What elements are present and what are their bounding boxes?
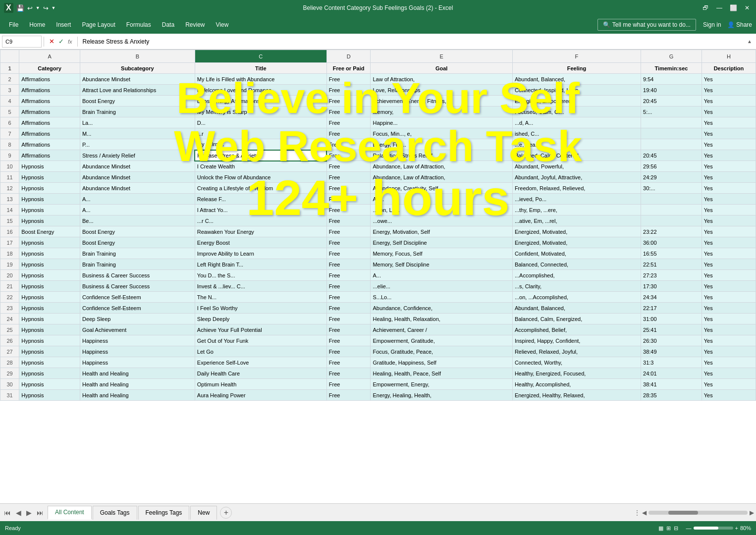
cell-14-b[interactable]: A... xyxy=(80,205,195,215)
cell-14-g[interactable] xyxy=(641,205,702,215)
cell-28-h[interactable]: Yes xyxy=(702,357,756,368)
cell-27-h[interactable]: Yes xyxy=(702,346,756,357)
cell-28-c[interactable]: Experience Self-Love xyxy=(195,357,326,368)
cell-2-f[interactable]: Abundant, Balanced, xyxy=(512,74,641,85)
table-row[interactable]: 17HypnosisBoost EnergyEnergy BoostFreeEn… xyxy=(0,237,756,248)
cell-6-f[interactable]: ...d, A... xyxy=(512,117,641,128)
tab-next-icon[interactable]: ▶ xyxy=(24,508,34,518)
tab-all-content[interactable]: All Content xyxy=(48,506,92,520)
close-icon[interactable]: ✕ xyxy=(742,3,752,13)
cell-28-d[interactable]: Free xyxy=(326,357,371,368)
table-row[interactable]: 5AffirmationsBrain TrainingMy Memory is … xyxy=(0,107,756,117)
cell-20-a[interactable]: Hypnosis xyxy=(19,270,80,281)
cell-18-d[interactable]: Free xyxy=(326,248,371,259)
menu-data[interactable]: Data xyxy=(157,18,179,31)
cell-4-c[interactable]: Boost Energy Affirmations xyxy=(195,96,326,107)
cell-12-d[interactable]: Free xyxy=(326,183,371,194)
cell-18-a[interactable]: Hypnosis xyxy=(19,248,80,259)
cell-22-a[interactable]: Hypnosis xyxy=(19,292,80,303)
cell-8-c[interactable]: ...y Affirm... xyxy=(195,139,326,150)
cell-22-b[interactable]: Confidence Self-Esteem xyxy=(80,292,195,303)
cell-31-h[interactable]: Yes xyxy=(702,390,756,401)
cell-11-g[interactable]: 24:29 xyxy=(641,172,702,183)
cell-23-h[interactable]: Yes xyxy=(702,303,756,314)
table-row[interactable]: 16Boost EnergyBoost EnergyReawaken Your … xyxy=(0,226,756,237)
cell-6-g[interactable] xyxy=(641,117,702,128)
cell-9-f[interactable]: Balanced, Calm, Centered, xyxy=(512,150,641,161)
undo-icon[interactable]: ↩ xyxy=(27,4,33,12)
tab-feelings-tags[interactable]: Feelings Tags xyxy=(138,506,190,520)
cell-31-f[interactable]: Energized, Healthy, Relaxed, xyxy=(512,390,641,401)
cell-25-f[interactable]: Accomplished, Belief, xyxy=(512,324,641,335)
cell-20-e[interactable]: A... xyxy=(371,270,512,281)
cell-15-c[interactable]: ...r C... xyxy=(195,215,326,226)
cell-30-f[interactable]: Healthy, Accomplished, xyxy=(512,379,641,390)
cell-5-a[interactable]: Affirmations xyxy=(19,107,80,117)
cell-29-f[interactable]: Healthy, Energized, Focused, xyxy=(512,368,641,379)
cell-17-a[interactable]: Hypnosis xyxy=(19,237,80,248)
cell-3-f[interactable]: Connected, Inspired, Love, xyxy=(512,85,641,96)
cell-27-g[interactable]: 38:49 xyxy=(641,346,702,357)
table-row[interactable]: 15HypnosisBe......r C...Free...owe......… xyxy=(0,215,756,226)
cell-19-f[interactable]: Balanced, Connected, xyxy=(512,259,641,270)
cell-19-c[interactable]: Left Right Brain T... xyxy=(195,259,326,270)
cell-7-g[interactable] xyxy=(641,128,702,139)
cell-23-a[interactable]: Hypnosis xyxy=(19,303,80,314)
cell-24-b[interactable]: Deep Sleep xyxy=(80,314,195,324)
formula-input[interactable] xyxy=(80,37,748,46)
cell-4-f[interactable]: Energized, Empowered, xyxy=(512,96,641,107)
expand-formula-icon[interactable]: ▲ xyxy=(747,39,752,44)
cell-15-d[interactable]: Free xyxy=(326,215,371,226)
cell-22-f[interactable]: ...on, ...Accomplished, xyxy=(512,292,641,303)
cell-16-a[interactable]: Boost Energy xyxy=(19,226,80,237)
cell-24-a[interactable]: Hypnosis xyxy=(19,314,80,324)
cell-7-b[interactable]: M... xyxy=(80,128,195,139)
table-row[interactable]: 31HypnosisHealth and HealingAura Healing… xyxy=(0,390,756,401)
cell-27-f[interactable]: Relieved, Relaxed, Joyful, xyxy=(512,346,641,357)
table-row[interactable]: 19HypnosisBrain TrainingLeft Right Brain… xyxy=(0,259,756,270)
cell-3-d[interactable]: Free xyxy=(326,85,371,96)
cell-26-e[interactable]: Empowerment, Gratitude, xyxy=(371,335,512,346)
cell-12-e[interactable]: Abundance, Creativity, Self xyxy=(371,183,512,194)
cell-8-b[interactable]: P... xyxy=(80,139,195,150)
table-row[interactable]: 2AffirmationsAbundance MindsetMy Life is… xyxy=(0,74,756,85)
cell-15-h[interactable]: Yes xyxy=(702,215,756,226)
table-row[interactable]: 25HypnosisGoal AchievementAchieve Your F… xyxy=(0,324,756,335)
page-layout-view-icon[interactable]: ⊞ xyxy=(666,525,671,532)
menu-review[interactable]: Review xyxy=(180,18,210,31)
cell-23-c[interactable]: I Feel So Worthy xyxy=(195,303,326,314)
cell-28-b[interactable]: Happiness xyxy=(80,357,195,368)
cell-5-c[interactable]: My Memory is Sharp xyxy=(195,107,326,117)
cell-4-g[interactable]: 20:45 xyxy=(641,96,702,107)
cell-7-e[interactable]: Focus, Min..., e, xyxy=(371,128,512,139)
cell-20-g[interactable]: 27:23 xyxy=(641,270,702,281)
cell-11-c[interactable]: Unlock the Flow of Abundance xyxy=(195,172,326,183)
cell-29-e[interactable]: Healing, Health, Peace, Self xyxy=(371,368,512,379)
cell-18-b[interactable]: Brain Training xyxy=(80,248,195,259)
cell-21-d[interactable]: Free xyxy=(326,281,371,292)
tab-new[interactable]: New xyxy=(190,506,217,520)
cell-3-g[interactable]: 19:40 xyxy=(641,85,702,96)
cell-26-b[interactable]: Happiness xyxy=(80,335,195,346)
cell-13-a[interactable]: Hypnosis xyxy=(19,194,80,205)
share-button[interactable]: 👤 Share xyxy=(727,21,752,28)
cell-17-g[interactable]: 36:00 xyxy=(641,237,702,248)
cell-14-e[interactable]: ...tion, Lo... xyxy=(371,205,512,215)
col-header-f[interactable]: F xyxy=(512,50,641,63)
cell-29-b[interactable]: Health and Healing xyxy=(80,368,195,379)
cell-6-c[interactable]: D... xyxy=(195,117,326,128)
cell-2-g[interactable]: 9:54 xyxy=(641,74,702,85)
cell-17-c[interactable]: Energy Boost xyxy=(195,237,326,248)
cell-28-e[interactable]: Gratitude, Happiness, Self xyxy=(371,357,512,368)
cell-23-b[interactable]: Confidence Self-Esteem xyxy=(80,303,195,314)
cell-19-d[interactable]: Free xyxy=(326,259,371,270)
cell-16-b[interactable]: Boost Energy xyxy=(80,226,195,237)
cell-28-g[interactable]: 31:3 xyxy=(641,357,702,368)
page-break-view-icon[interactable]: ⊟ xyxy=(674,525,678,532)
cell-23-e[interactable]: Abundance, Confidence, xyxy=(371,303,512,314)
cell-31-g[interactable]: 28:35 xyxy=(641,390,702,401)
cell-23-f[interactable]: Abundant, Balanced, xyxy=(512,303,641,314)
cell-22-d[interactable]: Free xyxy=(326,292,371,303)
cancel-formula-icon[interactable]: ✕ xyxy=(49,38,54,45)
cell-18-h[interactable]: Yes xyxy=(702,248,756,259)
